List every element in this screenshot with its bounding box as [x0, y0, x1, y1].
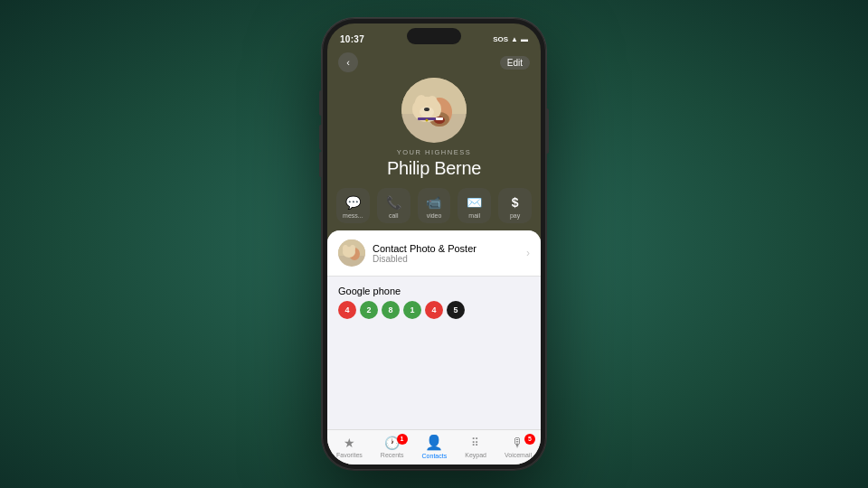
mail-label: mail: [468, 212, 480, 219]
contact-subtitle: YOUR HIGHNESS: [397, 148, 471, 156]
svg-point-8: [424, 108, 429, 111]
bottom-sheet: Contact Photo & Poster Disabled › Google…: [327, 230, 541, 465]
voicemail-label: Voicemail: [505, 452, 532, 458]
voicemail-badge: 5: [524, 434, 535, 445]
favorites-icon: ★: [344, 436, 355, 450]
status-time: 10:37: [340, 34, 364, 44]
call-button[interactable]: 📞 call: [377, 188, 410, 223]
svg-point-12: [426, 119, 429, 122]
tab-bar: ★ Favorites 🕐 1 Recents 👤 Contacts ⠿ Key…: [327, 429, 541, 465]
call-icon: 📞: [386, 195, 401, 210]
chevron-right-icon: ›: [526, 247, 530, 259]
contact-header: YOUR HIGHNESS Philip Berne: [327, 76, 541, 188]
message-button[interactable]: 💬 mess...: [336, 188, 370, 223]
contact-poster-icon: [338, 239, 365, 267]
status-bar: 10:37 SOS ▲ ▬: [327, 23, 541, 49]
contacts-label: Contacts: [422, 453, 448, 459]
battery-icon: ▬: [521, 35, 528, 43]
call-label: call: [389, 212, 399, 219]
contact-poster-subtitle: Disabled: [373, 254, 523, 264]
google-label: Google phone: [338, 286, 530, 296]
tab-contacts[interactable]: 👤 Contacts: [422, 434, 448, 459]
keypad-icon: ⠿: [471, 436, 480, 450]
google-section: Google phone 4 2 8 1 4 5: [327, 277, 541, 326]
badge-4b-red: 4: [425, 301, 443, 319]
recents-label: Recents: [381, 452, 404, 458]
tab-recents[interactable]: 🕐 1 Recents: [381, 436, 404, 458]
badge-5-dark: 5: [447, 301, 465, 319]
favorites-label: Favorites: [336, 452, 363, 458]
contact-poster-content: Contact Photo & Poster Disabled: [373, 243, 523, 264]
pay-icon: $: [512, 195, 519, 210]
tab-keypad[interactable]: ⠿ Keypad: [465, 436, 486, 458]
message-label: mess...: [343, 212, 363, 219]
contact-name: Philip Berne: [387, 158, 481, 179]
tab-favorites[interactable]: ★ Favorites: [336, 436, 363, 458]
badge-8-green: 8: [382, 301, 400, 319]
dynamic-island: [407, 28, 461, 44]
badge-2-green: 2: [360, 301, 378, 319]
video-label: video: [427, 212, 442, 219]
tab-voicemail[interactable]: 🎙 5 Voicemail: [505, 436, 532, 458]
wifi-icon: ▲: [511, 35, 518, 43]
status-icons: SOS ▲ ▬: [493, 35, 528, 43]
pay-button[interactable]: $ pay: [498, 188, 532, 223]
back-button[interactable]: ‹: [338, 52, 358, 72]
edit-button[interactable]: Edit: [500, 56, 530, 70]
message-icon: 💬: [345, 195, 361, 210]
svg-rect-10: [436, 117, 443, 120]
signal-icon: SOS: [493, 35, 508, 43]
pay-label: pay: [510, 212, 520, 219]
phone-frame: 10:37 SOS ▲ ▬ ‹ Edit: [322, 18, 546, 470]
contacts-icon: 👤: [425, 434, 443, 451]
phone-screen: 10:37 SOS ▲ ▬ ‹ Edit: [327, 23, 541, 465]
contact-poster-row[interactable]: Contact Photo & Poster Disabled ›: [327, 230, 541, 277]
voicemail-icon: 🎙: [512, 436, 524, 450]
video-icon: 📹: [426, 195, 441, 210]
mail-icon: ✉️: [467, 195, 482, 210]
nav-bar: ‹ Edit: [327, 49, 541, 76]
contact-poster-title: Contact Photo & Poster: [373, 243, 523, 254]
svg-point-17: [343, 245, 348, 252]
keypad-label: Keypad: [465, 452, 486, 458]
mail-button[interactable]: ✉️ mail: [458, 188, 491, 223]
svg-point-18: [350, 245, 355, 252]
badge-1-green: 1: [403, 301, 421, 319]
recents-badge: 1: [397, 434, 408, 445]
avatar: [401, 78, 467, 143]
video-button[interactable]: 📹 video: [418, 188, 451, 223]
back-icon: ‹: [346, 57, 350, 68]
badge-4-red: 4: [338, 301, 356, 319]
badge-row: 4 2 8 1 4 5: [338, 301, 530, 319]
action-row: 💬 mess... 📞 call 📹 video ✉️ mail $ pay: [327, 188, 541, 230]
